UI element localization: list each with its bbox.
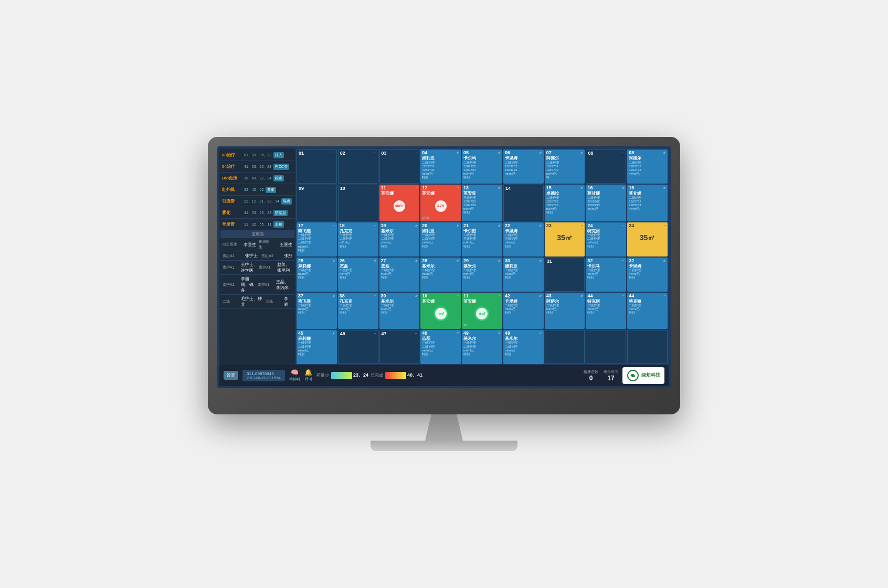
treatment-value-6: 41、03、25、23 (244, 210, 271, 216)
bed-04[interactable]: 04 ♂ − 姬利亚 二级护理12837521263733ml/ml已特别 (420, 149, 461, 184)
treatment-label-4: 红外线 (222, 187, 243, 193)
staff-label-5a: 二线 (223, 299, 241, 304)
call-label: 呼叫 (305, 377, 312, 382)
bed-grid: 01− 02− 03− 04 ♂ (297, 149, 668, 364)
bed-39[interactable]: 39 ♂ − 基米尔 二级护理ml/ml已特别 (379, 293, 420, 329)
bed-37[interactable]: 37 ♀ − 燕飞燕 二级护理ml/ml已特别 (297, 293, 337, 329)
call-icon-area[interactable]: 🔔 呼叫 (304, 369, 312, 382)
bed-22[interactable]: 22 ♂ − 卡里姆 二级护理三级护理ml/ml已特别 (503, 222, 544, 256)
bed-15[interactable]: 15 ♂ − 卓德拉 二级护理12657621283733ml/ml已特别 (545, 185, 585, 221)
bed-42[interactable]: 42 ♂ − 卡里姆 二级护理ml/ml已特别 (503, 293, 544, 329)
bed-16a[interactable]: 16 ♂ − 莫甘娜 二级护理12657621283733ml/ml已 (586, 185, 626, 221)
bed-31[interactable]: 31 − (545, 258, 585, 292)
staff-value-2a: 张护士 (245, 253, 258, 259)
bed-fill-2 (586, 330, 626, 364)
bed-38[interactable]: 38 − 孔克克 二级护理ml/ml已特别 (338, 293, 378, 329)
bell-icon: 🔔 (304, 369, 312, 376)
bed-32b[interactable]: 32 ♂ − 卡里姆 二级护理ml/ml已特别 (627, 258, 668, 292)
legend-low-color (331, 372, 352, 379)
bed-17[interactable]: 17 − 燕飞燕 一级护理二级护理三级护理ml/ml已特别 (297, 222, 337, 256)
bed-02[interactable]: 02− (338, 149, 378, 184)
legend-low: 药量少 (316, 372, 329, 378)
treatment-tag-3: 检查 (273, 175, 284, 181)
bed-44a[interactable]: 44 − 特克丽 二级护理ml/ml已特别 (586, 293, 626, 329)
treatment-tag-4: 备重 (266, 187, 276, 193)
bed-24a[interactable]: 24 − 特克丽 一级护理二级护理ml/ml已特别 (586, 222, 626, 256)
bed-29[interactable]: 29 ♂ − 基米尔 二级护理ml/ml已特别 (462, 258, 502, 292)
bed-28[interactable]: 28 ♂ − 基米尔 二级护理ml/ml已特别 (420, 258, 461, 292)
bed-05[interactable]: 05 ♂ − 卡尔均 二级护理12837521263733ml/ml已特别 (462, 149, 502, 184)
stat-area: 输液总数 0 观余时间 17 (584, 369, 618, 382)
bed-41[interactable]: 11 − 英安娜 0㎖ 22 (462, 293, 502, 329)
treatment-label-2: 04治疗 (222, 164, 243, 169)
staff-value-5a: 毛护士、钟艾 (241, 296, 266, 307)
treatment-row-4: 红外线 32、45、02 备重 (220, 184, 294, 196)
bed-08b[interactable]: 08 ♂ − 阿德尔 二级护理12837521263733ml/ml已 (627, 149, 668, 184)
bed-20[interactable]: 20 ♀ − 姬利亚 一级护理二级护理ml/ml已特别 (420, 222, 461, 256)
svg-point-1 (631, 374, 635, 377)
settings-button[interactable]: 设置 (224, 371, 238, 380)
bed-16b[interactable]: 16 ♂ − 莫甘娜 二级护理12657621283733ml/ml已 (627, 185, 668, 221)
staff-label-3b: 责护A1 (259, 265, 277, 270)
bed-06[interactable]: 06 ♂ − 卡里姆 二级护理12837521263733ml/ml已 (503, 149, 544, 184)
treatment-tag-2: PICC管 (273, 164, 289, 170)
circle-40: 0㎖ (434, 306, 448, 321)
treatment-value-1: 01、03、05、23 (244, 153, 271, 158)
bed-49a[interactable]: 49 ♂ − 基米尔 一级护理二级护理ml/ml已特别 (462, 330, 502, 364)
circle-41: 0㎖ (474, 306, 489, 321)
treatment-row-3: Bid血压 28、43、22、34 检查 (220, 173, 294, 184)
bed-07[interactable]: 07 ♂ − 阿德尔 二级护理12637521283733ml/ml已特 (545, 149, 585, 184)
bed-47[interactable]: 47 − (379, 330, 420, 364)
staff-value-4a: 李丽丽、钱多 (241, 276, 258, 293)
staff-row-1: 白班医生 李医生 夜班医生 王医生 (220, 238, 294, 251)
logo-area: 绿炻科技 (622, 367, 664, 384)
treatment-label-1: 08治疗 (222, 152, 243, 158)
bed-24b[interactable]: 24 − 35㎡ (627, 222, 668, 256)
bed-23[interactable]: 23 − 35㎡ (545, 222, 585, 256)
staff-label-4a: 责护A1 (223, 282, 241, 287)
screen: 08治疗 01、03、05、23 转入 04治疗 41、03、25、23 PIC… (217, 146, 671, 388)
bed-14[interactable]: 14− (503, 185, 544, 221)
treatment-tag-5: 隔离 (281, 198, 292, 205)
treatment-value-5: 22、12、21、22、34 (244, 199, 279, 204)
bed-25[interactable]: 25 ♀ − 麻莉娜 二级护理ml/ml已特别 (297, 258, 337, 292)
bed-48[interactable]: 48 ♂ − 态磊 一级护理二级护理ml/ml已特别 (420, 330, 461, 364)
treatment-tag-7: 血糖 (273, 221, 284, 228)
bed-10[interactable]: 10− (338, 185, 378, 221)
bed-12[interactable]: 12 − 英安娜 479 1790 (420, 185, 461, 221)
bed-21[interactable]: 21 ♂ − 卡尔图 二级护理三级护理ml/ml已特别 (462, 222, 502, 256)
legend-done-nums: 40、41 (407, 372, 422, 379)
treatment-label-5: 引流管 (222, 198, 243, 204)
bed-09[interactable]: 09− (297, 185, 337, 221)
monitor: 08治疗 01、03、05、23 转入 04治疗 41、03、25、23 PIC… (208, 137, 680, 451)
treatment-row-1: 08治疗 01、03、05、23 转入 (220, 149, 294, 161)
bottom-bar: 设置 011-09876543 2017-06-15 20:15:54 🧠 精神… (219, 365, 669, 386)
treatment-tag-1: 转入 (273, 152, 284, 158)
dept-label: 精神科 (289, 377, 300, 382)
treatment-row-2: 04治疗 41、03、25、23 PICC管 (220, 161, 294, 173)
dept-icon-area[interactable]: 🧠 精神科 (289, 369, 300, 382)
bed-08a[interactable]: 08− (586, 149, 626, 184)
bed-40[interactable]: 10 − 英安娜 0㎖ (420, 293, 461, 329)
staff-label-5b: 三线 (266, 299, 284, 304)
bed-01[interactable]: 01− (297, 149, 337, 184)
bed-13[interactable]: 13 ♂ − 英安亚 三级护理12837521263733ml/ml已特别 (462, 185, 502, 221)
bed-44b[interactable]: 44 − 特克丽 二级护理ml/ml已特别 (627, 293, 668, 329)
bed-45[interactable]: 45 ♀ − 麻莉娜 一级护理二级护理ml/ml已特别 (297, 330, 337, 364)
bed-32a[interactable]: 32 − 卡尔马 二级护理ml/ml已特别 (586, 258, 626, 292)
bed-19[interactable]: 19 ♂ − 基米尔 一级护理二级护理ml/ml已特别 (379, 222, 420, 256)
staff-row-3: 责护A1 王护士、许学医 责护A1 赵美、张里利 (220, 261, 294, 275)
bed-11[interactable]: 11 − 英安娜 488+ (379, 185, 420, 221)
bed-49b[interactable]: 49 ♂ − 基米尔 一级护理二级护理ml/ml已特别 (503, 330, 544, 364)
bed-43[interactable]: 43 ♂ − 阿萨尔 二级护理ml/ml已特别 (545, 293, 585, 329)
bed-46[interactable]: 46 − (338, 330, 378, 364)
bed-30[interactable]: 30 ♂ − 娜莉亚 二级护理ml/ml已特别 (503, 258, 544, 292)
phone-info: 011-09876543 2017-06-15 20:15:54 (242, 370, 285, 381)
bed-03[interactable]: 03− (379, 149, 420, 184)
bed-27[interactable]: 27 ♂ − 态磊 二级护理ml/ml已特别 (379, 258, 420, 292)
bed-26[interactable]: 26 ♂ − 态磊 二级护理ml/ml已特别 (338, 258, 378, 292)
legend-done-visual: 40、41 (385, 372, 422, 379)
stat-remain-label: 观余时间 (604, 369, 618, 375)
bed-18[interactable]: 18 − 孔克克 一级护理二级护理ml/ml已特别 (338, 222, 378, 256)
staff-label-1b: 夜班医生 (259, 239, 277, 250)
